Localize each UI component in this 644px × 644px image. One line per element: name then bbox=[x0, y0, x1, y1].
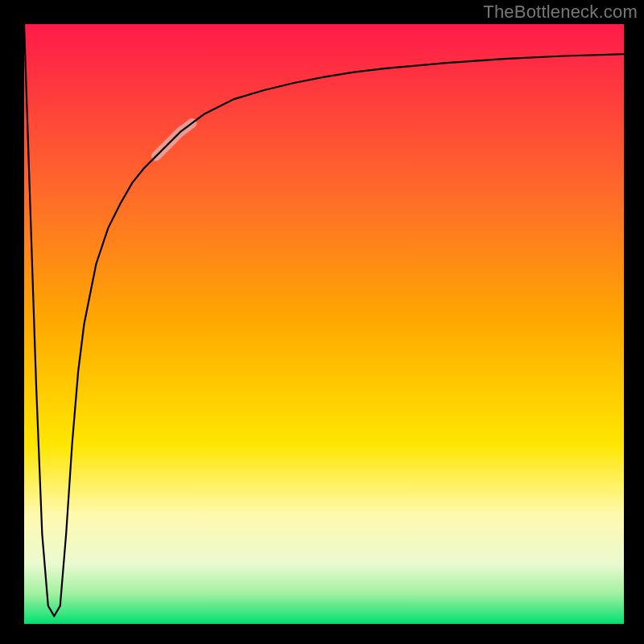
gradient-background bbox=[24, 24, 624, 624]
watermark-text: TheBottleneck.com bbox=[483, 2, 638, 23]
chart-frame: TheBottleneck.com bbox=[0, 0, 644, 644]
plot-area bbox=[24, 24, 624, 624]
bottleneck-chart bbox=[24, 24, 624, 624]
